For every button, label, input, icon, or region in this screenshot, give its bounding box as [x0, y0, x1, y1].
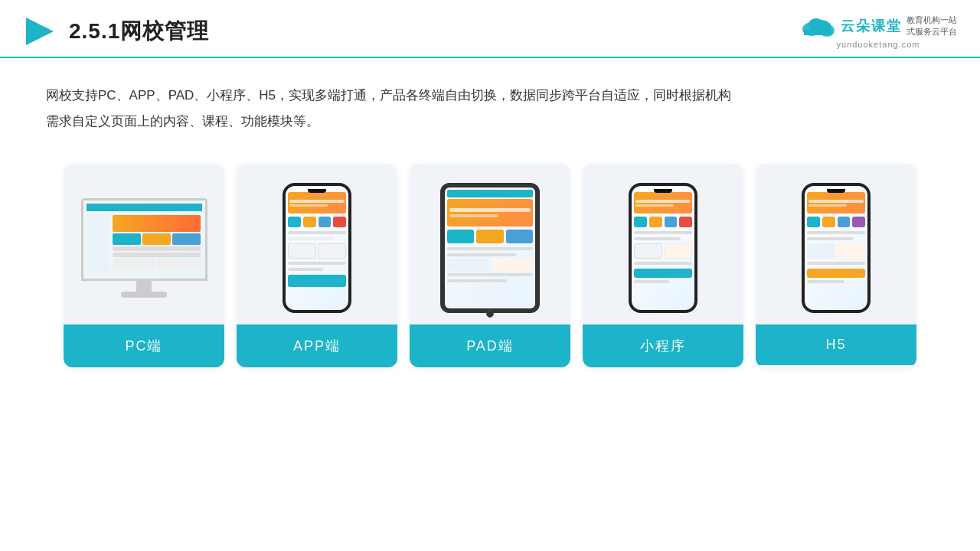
- pc-label: PC端: [64, 324, 224, 367]
- description-text: 网校支持PC、APP、PAD、小程序、H5，实现多端打通，产品各终端自由切换，数…: [46, 88, 731, 129]
- miniprogram-label: 小程序: [583, 324, 743, 367]
- logo-text: 云朵课堂: [841, 17, 902, 35]
- pad-label: PAD端: [410, 324, 570, 367]
- svg-marker-0: [26, 18, 54, 45]
- pc-image-area: [64, 164, 224, 324]
- svg-rect-5: [804, 29, 831, 35]
- app-image-area: [237, 164, 397, 324]
- card-miniprogram: 小程序: [583, 164, 743, 367]
- header-left: 2.5.1网校管理: [23, 15, 209, 48]
- card-pad: PAD端: [410, 164, 570, 367]
- logo-url: yunduoketang.com: [837, 40, 920, 49]
- h5-image-area: [756, 164, 916, 324]
- pad-image-area: [410, 164, 570, 324]
- h5-phone: [802, 183, 871, 313]
- miniprogram-image-area: [583, 164, 743, 324]
- cards-container: PC端: [0, 142, 980, 389]
- logo-slogan: 教育机构一站式服务云平台: [906, 15, 957, 37]
- card-app: APP端: [237, 164, 397, 367]
- logo-area: 云朵课堂 教育机构一站式服务云平台 yunduoketang.com: [799, 14, 957, 49]
- card-pc: PC端: [64, 164, 224, 367]
- header: 2.5.1网校管理 云朵课堂 教育机构一站式服务云平台 yunduoketang…: [0, 0, 980, 58]
- miniprogram-phone: [629, 183, 697, 313]
- h5-label: H5: [756, 324, 916, 365]
- app-label: APP端: [237, 324, 397, 367]
- monitor-screen: [81, 198, 207, 281]
- description: 网校支持PC、APP、PAD、小程序、H5，实现多端打通，产品各终端自由切换，数…: [0, 58, 980, 142]
- card-h5: H5: [756, 164, 916, 367]
- pad-tablet: [440, 183, 540, 313]
- svg-point-4: [808, 18, 824, 31]
- page-title: 2.5.1网校管理: [69, 17, 209, 46]
- app-phone: [283, 183, 351, 313]
- pc-monitor: [81, 198, 207, 298]
- cloud-logo-icon: [799, 14, 836, 38]
- logo-cloud: 云朵课堂 教育机构一站式服务云平台: [799, 14, 957, 38]
- play-icon: [23, 15, 57, 48]
